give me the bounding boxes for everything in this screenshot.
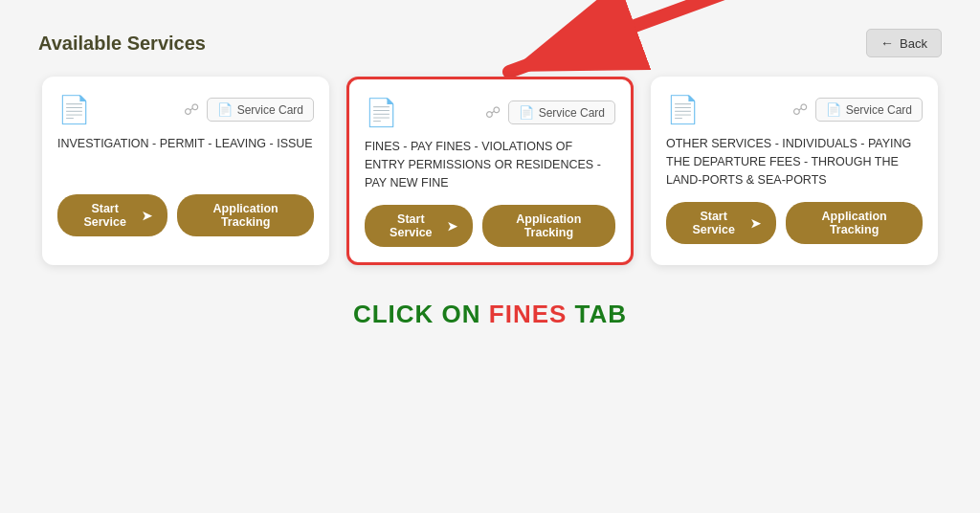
card-2-actions: Start Service ➤ Application Tracking [365,205,615,247]
share-icon-2: ☍ [485,103,501,122]
section-title: Available Services [38,33,206,55]
cards-section: 📄 ☍ 📄 Service Card INVESTIGATION - PERMI… [38,77,942,265]
start-icon-3: ➤ [750,216,761,231]
card-1-actions: Start Service ➤ Application Tracking [57,194,314,236]
card-2-description: FINES - PAY FINES - VIOLATIONS OF ENTRY … [365,138,615,191]
service-card-1: 📄 ☍ 📄 Service Card INVESTIGATION - PERMI… [42,77,329,265]
back-arrow-icon: ← [880,35,894,51]
bottom-click-on: CLICK ON [353,300,489,328]
back-button[interactable]: ← Back [866,29,942,57]
start-icon-1: ➤ [142,209,152,223]
document-icon-2: 📄 [365,97,398,128]
service-card-label-2: Service Card [539,106,605,120]
start-icon-2: ➤ [447,219,457,234]
cards-row: 📄 ☍ 📄 Service Card INVESTIGATION - PERMI… [38,77,942,265]
start-label-3: Start Service [681,210,746,236]
card-3-top-right: ☍ 📄 Service Card [792,98,923,122]
service-card-3: 📄 ☍ 📄 Service Card OTHER SERVICES - INDI… [651,77,938,265]
bottom-text: CLICK ON FINES TAB [38,300,942,329]
application-tracking-button-3[interactable]: Application Tracking [786,202,923,244]
service-card-icon-2: 📄 [519,105,534,120]
start-service-button-3[interactable]: Start Service ➤ [666,202,776,244]
track-label-1: Application Tracking [213,202,278,229]
application-tracking-button-1[interactable]: Application Tracking [177,194,314,236]
card-3-description: OTHER SERVICES - INDIVIDUALS - PAYING TH… [666,135,923,189]
back-label: Back [900,36,927,51]
bottom-tab: TAB [567,300,627,328]
page-wrapper: Available Services ← Back 📄 ☍ [0,0,980,348]
service-card-button-1[interactable]: 📄 Service Card [207,98,314,122]
start-label-2: Start Service [380,212,442,239]
service-card-icon-1: 📄 [217,102,233,117]
track-label-2: Application Tracking [516,212,581,239]
track-label-3: Application Tracking [822,210,887,236]
card-1-description: INVESTIGATION - PERMIT - LEAVING - ISSUE [57,135,314,181]
card-2-top-right: ☍ 📄 Service Card [485,100,615,124]
service-card-icon-3: 📄 [826,102,841,117]
start-service-button-2[interactable]: Start Service ➤ [365,205,473,247]
service-card-label-1: Service Card [237,103,303,117]
service-card-button-2[interactable]: 📄 Service Card [508,100,615,124]
share-icon-3: ☍ [792,100,808,119]
card-2-top-row: 📄 ☍ 📄 Service Card [365,97,615,128]
start-service-button-1[interactable]: Start Service ➤ [57,194,167,236]
card-3-actions: Start Service ➤ Application Tracking [666,202,923,244]
application-tracking-button-2[interactable]: Application Tracking [482,205,615,247]
document-icon-3: 📄 [666,94,700,125]
document-icon-1: 📄 [57,94,91,125]
card-1-top-row: 📄 ☍ 📄 Service Card [57,94,314,125]
start-label-1: Start Service [73,202,137,229]
bottom-fines: FINES [489,300,568,328]
service-card-2: 📄 ☍ 📄 Service Card FINES - PAY FINES - V… [346,77,634,265]
share-icon-1: ☍ [184,100,199,119]
header-row: Available Services ← Back [38,29,942,57]
card-1-top-right: ☍ 📄 Service Card [184,98,314,122]
service-card-label-3: Service Card [846,103,912,117]
card-3-top-row: 📄 ☍ 📄 Service Card [666,94,923,125]
service-card-button-3[interactable]: 📄 Service Card [815,98,923,122]
